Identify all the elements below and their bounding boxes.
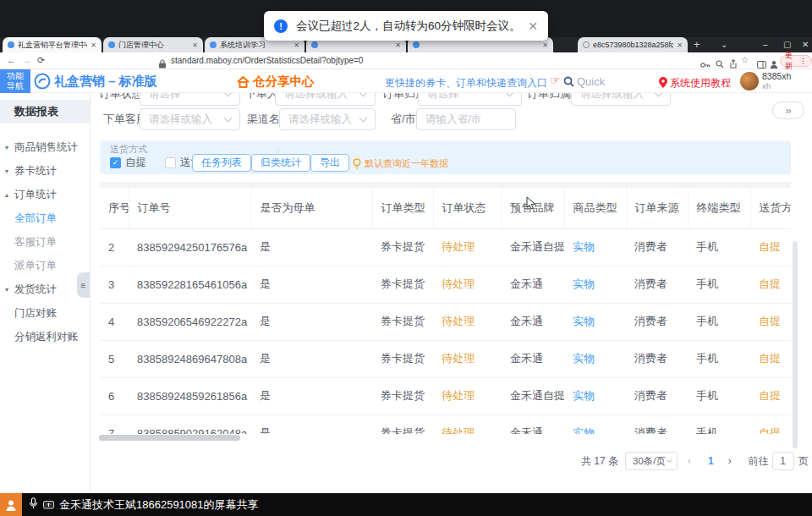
orders-table: 序号订单号是否为母单订单类型订单状态预售品牌商品类型订单来源终端类型送货方式 2… bbox=[100, 188, 795, 434]
address-url[interactable]: standard.maboy.cn/OrderStatisticsDetail?… bbox=[171, 56, 363, 65]
table-cell: 是 bbox=[251, 340, 372, 377]
sidebar-collapse-handle[interactable]: ≡ bbox=[77, 272, 90, 298]
filter-input[interactable]: 请输入省/市 bbox=[416, 108, 516, 130]
sidebar-item[interactable]: ▴订单统计 bbox=[0, 183, 90, 206]
table-cell[interactable]: 实物 bbox=[564, 228, 626, 266]
table-cell: 6 bbox=[100, 377, 129, 414]
share-center-link[interactable]: 仓分享中心 bbox=[237, 74, 315, 90]
browser-tab[interactable]: 礼盒营销平台管理中心✕ bbox=[3, 37, 102, 52]
sidebar-item-label: 发货统计 bbox=[14, 283, 57, 297]
vertical-scrollbar[interactable] bbox=[793, 241, 798, 448]
maximize-button[interactable]: ▢ bbox=[783, 40, 791, 49]
next-page-button[interactable]: › bbox=[728, 455, 732, 467]
tab-close-icon[interactable]: ✕ bbox=[395, 41, 401, 49]
table-cell: 自提 bbox=[750, 266, 791, 303]
tab-close-icon[interactable]: ✕ bbox=[677, 41, 683, 49]
column-header[interactable]: 订单号 bbox=[129, 188, 251, 228]
main-content: 订单状态请选择下单人请选择或输入订单归属请选择订单归属方请选择或输入 下单客服请… bbox=[91, 93, 799, 493]
tab-close-icon[interactable]: ✕ bbox=[542, 41, 548, 49]
current-page[interactable]: 1 bbox=[708, 455, 714, 467]
page-size-select[interactable]: 30条/页 bbox=[625, 452, 678, 470]
tab-close-icon[interactable]: ✕ bbox=[91, 41, 96, 49]
microphone-icon[interactable] bbox=[29, 497, 38, 513]
table-cell[interactable]: 实物 bbox=[564, 303, 626, 340]
table-row[interactable]: 383859228165461056a是券卡提货待处理金禾通实物消费者手机自提 bbox=[100, 266, 791, 303]
sidebar-item-label: 全部订单 bbox=[14, 211, 57, 226]
sidebar-item[interactable]: 分销返利对账 bbox=[0, 325, 90, 349]
page-goto-input[interactable] bbox=[772, 452, 794, 470]
sidebar-item-label: 客服订单 bbox=[14, 235, 57, 250]
expand-filters-button[interactable]: » bbox=[772, 102, 804, 119]
screenshot-root: 礼盒营销平台管理中心✕门店管理中心✕系统培训学习✕✕✕e8c573980b132… bbox=[0, 0, 812, 516]
prev-page-button[interactable]: ‹ bbox=[688, 455, 691, 467]
table-cell: 4 bbox=[100, 303, 129, 340]
quick-search-label[interactable]: Quick bbox=[577, 75, 605, 88]
tab-favicon-icon bbox=[210, 41, 217, 48]
table-cell: 券卡提货 bbox=[372, 303, 433, 340]
sidebar-item-label: 派单订单 bbox=[14, 259, 57, 273]
table-cell[interactable]: 实物 bbox=[564, 414, 626, 434]
forward-icon[interactable]: → bbox=[22, 55, 31, 65]
app-header: 功能导航 礼盒营销 – 标准版 仓分享中心 更快捷的券卡、订单和快递查询入口 ☞… bbox=[0, 69, 812, 93]
column-header[interactable]: 订单状态 bbox=[433, 188, 502, 228]
table-cell: 83859228165461056a bbox=[129, 266, 251, 303]
toolbar-button[interactable]: 任务列表 bbox=[192, 154, 251, 172]
filter-select[interactable]: 请选择或输入 bbox=[279, 108, 376, 130]
sidebar-item[interactable]: ▾券卡统计 bbox=[0, 159, 90, 183]
filter-select[interactable]: 请选择或输入 bbox=[140, 108, 240, 130]
table-row[interactable]: 783858859029162048a是券卡提货待处理金禾通实物消费者手机自提 bbox=[100, 414, 791, 434]
table-row[interactable]: 683858924859261856a是券卡提货待处理金禾通自提实物消费者手机自… bbox=[100, 377, 791, 414]
horizontal-scrollbar[interactable] bbox=[99, 435, 240, 441]
toolbar-button[interactable]: 归类统计 bbox=[251, 154, 310, 172]
table-cell: 手机 bbox=[688, 377, 750, 414]
tab-search-chevron-icon[interactable]: ⌄ bbox=[721, 40, 727, 49]
pointing-finger-icon: ☞ bbox=[550, 74, 561, 87]
browser-tab[interactable]: 门店管理中心✕ bbox=[103, 37, 203, 52]
table-cell: 自提 bbox=[750, 377, 791, 414]
table-row[interactable]: 283859294250176576a是券卡提货待处理金禾通自提实物消费者手机自… bbox=[100, 228, 791, 266]
column-header[interactable]: 是否为母单 bbox=[251, 188, 372, 228]
bookmark-star-icon[interactable]: ☆ bbox=[741, 55, 749, 64]
sidebar-item[interactable]: ▾商品销售统计 bbox=[0, 135, 90, 159]
checkbox[interactable] bbox=[165, 157, 176, 168]
minimize-button[interactable]: – bbox=[763, 40, 768, 49]
table-cell[interactable]: 实物 bbox=[564, 377, 626, 414]
column-header[interactable]: 序号 bbox=[100, 188, 129, 228]
tutorial-link[interactable]: 系统使用教程 bbox=[670, 76, 731, 91]
tab-close-icon[interactable]: ✕ bbox=[294, 41, 299, 49]
column-header[interactable]: 送货方式 bbox=[750, 188, 791, 228]
sidebar-item[interactable]: 派单订单 bbox=[0, 254, 90, 277]
sidebar-item[interactable]: 客服订单 bbox=[0, 230, 90, 254]
table-cell[interactable]: 实物 bbox=[564, 266, 626, 303]
table-cell: 消费者 bbox=[626, 266, 688, 303]
column-header[interactable]: 订单来源 bbox=[626, 188, 688, 228]
tab-close-icon[interactable]: ✕ bbox=[192, 41, 198, 49]
back-icon[interactable]: ← bbox=[7, 55, 16, 65]
new-tab-button[interactable]: + bbox=[694, 38, 700, 51]
column-header[interactable]: 商品类型 bbox=[564, 188, 626, 228]
reload-icon[interactable]: ⟳ bbox=[37, 55, 45, 66]
function-nav-toggle[interactable]: 功能导航 bbox=[0, 69, 30, 93]
toolbar-button[interactable]: 导出 bbox=[310, 154, 349, 172]
username-sub: xh bbox=[762, 81, 771, 91]
checkbox[interactable]: ✓ bbox=[110, 157, 121, 168]
table-cell: 消费者 bbox=[626, 228, 688, 266]
table-cell: 83859206546922272a bbox=[129, 303, 251, 340]
browser-tab[interactable]: e8c573980b1328a258fd2e6f8✕ bbox=[578, 37, 688, 52]
column-header[interactable]: 订单类型 bbox=[372, 188, 433, 228]
browser-update-button[interactable]: 更新⋮ bbox=[780, 55, 812, 67]
table-cell: 消费者 bbox=[626, 414, 688, 434]
sidebar: 数据报表 ▾商品销售统计▾券卡统计▴订单统计全部订单客服订单派单订单▾发货统计门… bbox=[0, 93, 91, 493]
promo-link[interactable]: 更快捷的券卡、订单和快递查询入口 bbox=[385, 76, 547, 91]
search-icon bbox=[563, 75, 574, 91]
table-row[interactable]: 483859206546922272a是券卡提货待处理金禾通实物消费者手机自提 bbox=[100, 303, 791, 340]
user-avatar[interactable] bbox=[740, 72, 759, 91]
toast-close-icon[interactable]: ✕ bbox=[528, 19, 538, 33]
column-header[interactable]: 终端类型 bbox=[688, 188, 750, 228]
table-row[interactable]: 583858924869647808a是券卡提货待处理金禾通实物消费者手机自提 bbox=[100, 340, 791, 377]
table-cell[interactable]: 实物 bbox=[564, 340, 626, 377]
close-button[interactable]: ✕ bbox=[802, 40, 809, 49]
pagination: 共 17 条 30条/页 ‹ 1 › 前往 页 bbox=[573, 452, 809, 470]
sidebar-item[interactable]: 门店对账 bbox=[0, 301, 90, 325]
sidebar-item[interactable]: 全部订单 bbox=[0, 206, 90, 230]
